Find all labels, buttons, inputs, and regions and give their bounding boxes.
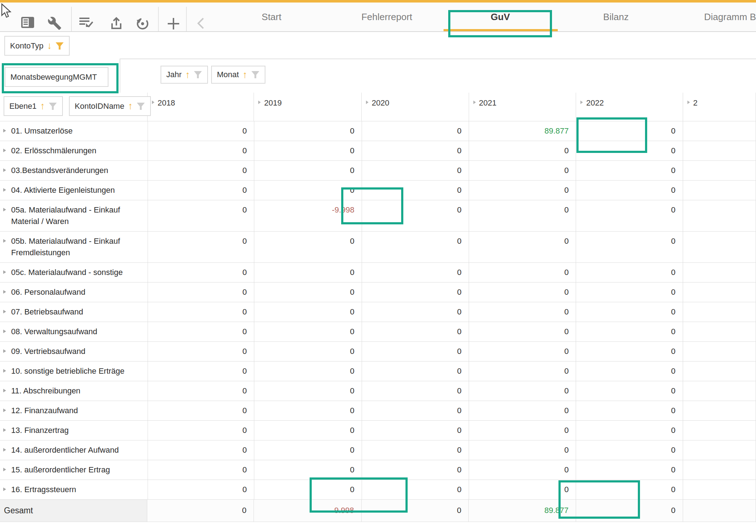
row-label[interactable]: 16. Ertragssteuern [0, 480, 148, 499]
value-cell[interactable]: 0 [469, 263, 576, 282]
row-label[interactable]: 07. Betriebsaufwand [0, 302, 148, 322]
value-cell[interactable]: 0 [469, 283, 576, 302]
value-cell[interactable]: 0 [148, 302, 255, 322]
value-cell[interactable] [683, 263, 756, 282]
expand-row-icon[interactable] [3, 270, 6, 274]
row-label[interactable]: 01. Umsatzerlöse [0, 121, 148, 141]
value-cell[interactable]: 0 [576, 200, 683, 231]
value-cell[interactable]: 0 [362, 361, 469, 381]
value-cell[interactable]: 0 [254, 421, 362, 440]
value-cell[interactable]: 89.877 [469, 121, 576, 141]
row-chip-ebene1[interactable]: Ebene1 ↑ [4, 96, 63, 116]
value-cell[interactable]: 0 [576, 283, 683, 302]
value-cell[interactable]: 0 [469, 440, 576, 460]
value-cell[interactable]: 0 [148, 181, 255, 200]
value-cell[interactable]: 0 [254, 263, 362, 282]
value-cell[interactable]: 0 [148, 381, 255, 401]
row-label[interactable]: 05a. Materialaufwand - Einkauf Material … [0, 200, 148, 231]
value-cell[interactable]: 0 [469, 480, 576, 499]
wrench-icon[interactable] [47, 16, 62, 32]
expand-column-icon[interactable] [366, 101, 368, 104]
value-cell[interactable]: 0 [576, 161, 683, 180]
value-cell[interactable] [683, 283, 756, 302]
expand-row-icon[interactable] [3, 188, 6, 192]
value-cell[interactable]: 0 [576, 141, 683, 160]
expand-column-icon[interactable] [258, 101, 261, 104]
value-cell[interactable]: 0 [148, 200, 255, 231]
value-cell[interactable]: 0 [362, 283, 469, 302]
value-cell[interactable]: 0 [362, 161, 469, 180]
row-label[interactable]: 10. sonstige betriebliche Erträge [0, 361, 148, 381]
value-cell[interactable] [683, 232, 756, 262]
value-cell[interactable] [683, 440, 756, 460]
value-cell[interactable]: 0 [469, 421, 576, 440]
previous-tab-icon[interactable] [196, 17, 205, 31]
value-cell[interactable]: 0 [362, 401, 469, 420]
value-cell[interactable]: 0 [576, 181, 683, 200]
row-label[interactable]: Gesamt [0, 500, 147, 522]
value-cell[interactable]: 0 [254, 181, 362, 200]
value-cell[interactable]: 0 [362, 381, 469, 401]
export-icon[interactable] [109, 16, 124, 32]
value-cell[interactable]: 0 [362, 460, 469, 480]
value-cell[interactable]: 0 [148, 322, 255, 341]
filter-funnel-icon[interactable] [136, 102, 145, 110]
sort-asc-icon[interactable]: ↑ [128, 101, 133, 111]
value-cell[interactable] [683, 480, 756, 499]
expand-row-icon[interactable] [3, 389, 6, 392]
value-cell[interactable]: 0 [469, 342, 576, 361]
tab-bilanz[interactable]: Bilanz [603, 3, 629, 31]
value-cell[interactable]: 0 [254, 401, 362, 420]
value-cell[interactable]: 0 [254, 361, 362, 381]
value-cell[interactable]: 0 [148, 121, 255, 141]
sort-asc-icon[interactable]: ↑ [242, 70, 247, 80]
value-cell[interactable]: 0 [148, 342, 255, 361]
expand-row-icon[interactable] [3, 310, 6, 313]
value-cell[interactable] [683, 161, 756, 180]
value-cell[interactable]: 0 [362, 181, 469, 200]
value-cell[interactable]: 0 [576, 361, 683, 381]
expand-row-icon[interactable] [3, 168, 6, 172]
year-column-header[interactable]: 2022 [576, 93, 683, 121]
expand-column-icon[interactable] [152, 101, 154, 104]
value-cell[interactable]: 0 [576, 440, 683, 460]
value-cell[interactable]: 0 [148, 440, 255, 460]
value-cell[interactable]: 0 [469, 381, 576, 401]
filter-funnel-icon[interactable] [48, 102, 57, 110]
sort-desc-icon[interactable]: ↓ [47, 41, 52, 51]
year-column-header[interactable]: 2021 [469, 93, 576, 121]
value-cell[interactable] [683, 361, 756, 381]
value-cell[interactable]: 0 [362, 263, 469, 282]
tab-diagramm[interactable]: Diagramm Ba [704, 3, 756, 31]
year-column-header[interactable]: 2019 [254, 93, 362, 121]
expand-row-icon[interactable] [3, 369, 6, 373]
value-cell[interactable]: 0 [576, 263, 683, 282]
value-cell[interactable] [683, 141, 756, 160]
value-cell[interactable]: 0 [576, 232, 683, 262]
expand-row-icon[interactable] [3, 239, 6, 243]
kontotyp-filter-chip[interactable]: KontoTyp ↓ [4, 36, 70, 56]
value-cell[interactable]: 0 [254, 121, 362, 141]
value-cell[interactable]: 0 [254, 440, 362, 460]
value-cell[interactable]: 0 [148, 401, 255, 420]
value-cell[interactable] [683, 181, 756, 200]
expand-row-icon[interactable] [3, 487, 6, 491]
value-cell[interactable]: 0 [362, 232, 469, 262]
value-cell[interactable]: 0 [362, 121, 469, 141]
measure-chip-monatsbewegung[interactable]: MonatsbewegungMGMT [5, 67, 108, 87]
value-cell[interactable]: 0 [254, 232, 362, 262]
value-cell[interactable]: 0 [254, 161, 362, 180]
value-cell[interactable]: 0 [254, 283, 362, 302]
value-cell[interactable]: 0 [576, 302, 683, 322]
value-cell[interactable]: 0 [148, 232, 255, 262]
value-cell[interactable]: 0 [362, 421, 469, 440]
value-cell[interactable]: 0 [576, 121, 683, 141]
value-cell[interactable]: 0 [148, 283, 255, 302]
row-label[interactable]: 13. Finanzertrag [0, 421, 148, 440]
value-cell[interactable]: 0 [576, 460, 683, 480]
expand-row-icon[interactable] [3, 149, 6, 152]
expand-column-icon[interactable] [580, 101, 583, 104]
value-cell[interactable]: 0 [254, 480, 362, 499]
expand-row-icon[interactable] [3, 448, 6, 452]
add-tab-icon[interactable] [167, 17, 180, 32]
